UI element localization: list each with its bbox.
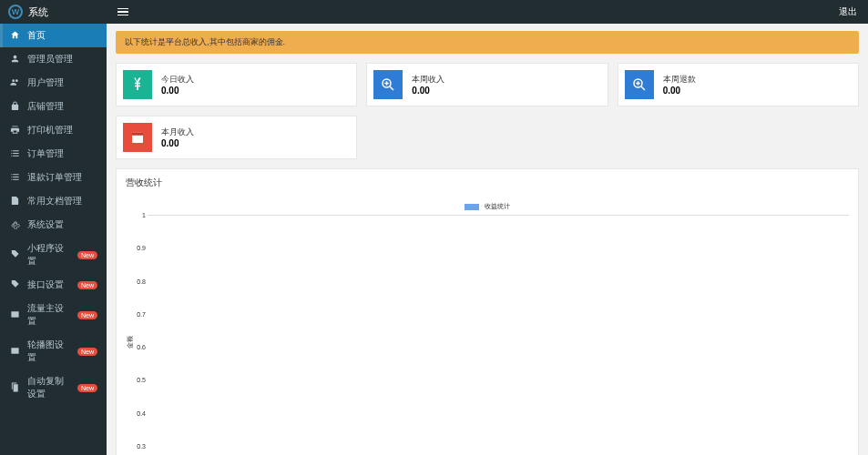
stat-card-week-income: 本周收入 0.00 — [366, 63, 608, 106]
sidebar-item-label: 轮播图设置 — [27, 339, 70, 364]
sidebar-item-settings[interactable]: 系统设置 — [0, 213, 107, 237]
header-right: 退出 — [107, 5, 868, 18]
lock-icon — [9, 101, 20, 113]
sidebar-item-shops[interactable]: 店铺管理 — [0, 95, 107, 118]
sidebar-item-label: 店铺管理 — [27, 100, 97, 113]
sidebar: 首页 管理员管理 用户管理 店铺管理 打印机管理 — [0, 24, 107, 455]
stat-card-month: 本月收入 0.00 — [116, 116, 357, 159]
sidebar-item-autocopy[interactable]: 自动复制设置 New — [0, 369, 107, 406]
svg-rect-11 — [132, 133, 143, 136]
stat-card-week-refund: 本周退款 0.00 — [618, 63, 859, 106]
sidebar-item-users[interactable]: 用户管理 — [0, 71, 107, 95]
svg-line-3 — [391, 86, 394, 90]
y-tick: 1 — [142, 212, 146, 218]
stat-value: 0.00 — [412, 86, 444, 96]
sidebar-item-admin[interactable]: 管理员管理 — [0, 47, 107, 71]
sidebar-item-api[interactable]: 接口设置 New — [0, 273, 107, 297]
sidebar-item-label: 流量主设置 — [27, 302, 70, 328]
sidebar-item-carousel[interactable]: 轮播图设置 New — [0, 333, 107, 369]
sidebar-item-label: 小程序设置 — [27, 242, 70, 268]
sidebar-item-refunds[interactable]: 退款订单管理 — [0, 166, 107, 189]
svg-rect-1 — [11, 348, 18, 353]
image-icon — [9, 346, 20, 358]
logo-box: W 系统 — [0, 5, 107, 19]
app-header: W 系统 退出 — [0, 0, 868, 24]
sidebar-item-label: 退款订单管理 — [27, 171, 97, 184]
y-tick: 0.7 — [137, 310, 146, 317]
sidebar-item-label: 常用文档管理 — [27, 195, 97, 207]
ad-icon — [9, 309, 20, 321]
zoom-icon — [373, 70, 403, 99]
sidebar-item-printers[interactable]: 打印机管理 — [0, 118, 107, 142]
y-tick: 0.5 — [137, 377, 146, 383]
sidebar-item-docs[interactable]: 常用文档管理 — [0, 189, 107, 213]
sidebar-item-label: 管理员管理 — [27, 53, 97, 66]
legend-label: 收益统计 — [485, 203, 510, 209]
revenue-chart-panel: 营收统计 收益统计 金额 1 0.9 0.8 0.7 0.6 0.5 0.4 — [116, 168, 859, 455]
alert-banner: 以下统计是平台总收入,其中包括商家的佣金. — [116, 31, 859, 54]
home-icon — [9, 30, 20, 42]
yen-icon — [123, 70, 152, 99]
sidebar-item-label: 接口设置 — [27, 278, 70, 291]
sidebar-item-label: 首页 — [27, 29, 97, 42]
sidebar-item-home[interactable]: 首页 — [0, 24, 107, 47]
svg-rect-0 — [11, 311, 18, 317]
system-name: 系统 — [28, 5, 48, 19]
list-alt-icon — [9, 172, 20, 184]
calendar-icon — [123, 123, 152, 152]
stat-title: 本周收入 — [412, 74, 444, 86]
y-tick: 0.8 — [137, 278, 146, 284]
svg-line-7 — [641, 86, 645, 90]
y-tick: 0.3 — [137, 442, 146, 449]
sidebar-item-label: 自动复制设置 — [27, 375, 70, 400]
stat-title: 本周退款 — [663, 74, 696, 86]
zoom-icon — [625, 70, 654, 99]
stats-row-1: 今日收入 0.00 本周收入 0.00 本周退款 0.0 — [116, 63, 859, 106]
sidebar-item-label: 用户管理 — [27, 76, 97, 89]
new-badge: New — [77, 348, 97, 356]
stat-title: 本月收入 — [161, 126, 194, 138]
stat-value: 0.00 — [161, 138, 194, 148]
y-tick: 0.4 — [137, 410, 146, 416]
main-content: 以下统计是平台总收入,其中包括商家的佣金. 今日收入 0.00 本周收入 0.0… — [107, 24, 868, 455]
sidebar-item-label: 打印机管理 — [27, 124, 97, 136]
stat-value: 0.00 — [663, 86, 696, 96]
printer-icon — [9, 125, 20, 136]
panel-title: 营收统计 — [117, 169, 858, 197]
stat-title: 今日收入 — [161, 74, 194, 86]
y-tick: 0.9 — [137, 245, 146, 251]
new-badge: New — [77, 251, 97, 259]
logout-button[interactable]: 退出 — [839, 5, 857, 18]
doc-icon — [9, 196, 20, 207]
tag-icon — [9, 249, 20, 261]
menu-toggle-icon[interactable] — [117, 6, 128, 18]
chart-plot-area: 金额 1 0.9 0.8 0.7 0.6 0.5 0.4 0.3 0.2 — [126, 215, 849, 455]
logo-icon: W — [8, 5, 23, 19]
gear-icon — [9, 219, 20, 231]
sidebar-item-miniapp[interactable]: 小程序设置 New — [0, 237, 107, 273]
sidebar-item-traffic[interactable]: 流量主设置 New — [0, 297, 107, 333]
users-icon — [9, 77, 20, 89]
user-icon — [9, 54, 20, 66]
stat-card-today: 今日收入 0.00 — [116, 63, 357, 106]
list-icon — [9, 148, 20, 160]
y-axis: 1 0.9 0.8 0.7 0.6 0.5 0.4 0.3 0.2 — [126, 215, 148, 455]
stat-value: 0.00 — [161, 86, 194, 96]
new-badge: New — [77, 384, 97, 392]
tag-icon — [9, 279, 20, 291]
y-tick: 0.6 — [137, 344, 146, 350]
copy-icon — [9, 382, 20, 394]
legend-swatch — [465, 204, 479, 210]
sidebar-item-label: 订单管理 — [27, 147, 97, 160]
sidebar-item-orders[interactable]: 订单管理 — [0, 142, 107, 166]
new-badge: New — [77, 311, 97, 319]
chart-legend: 收益统计 — [126, 202, 849, 211]
plot-region — [148, 215, 849, 455]
stats-row-2: 本月收入 0.00 — [116, 116, 859, 159]
sidebar-item-label: 系统设置 — [27, 218, 97, 231]
new-badge: New — [77, 281, 97, 289]
